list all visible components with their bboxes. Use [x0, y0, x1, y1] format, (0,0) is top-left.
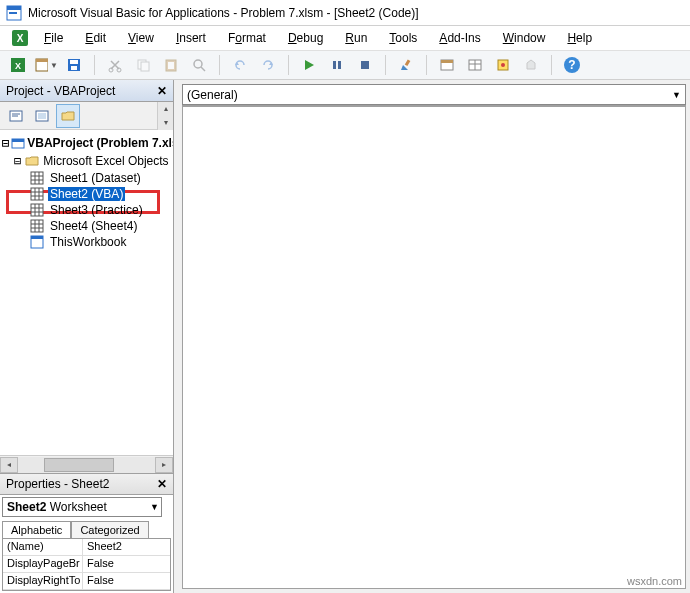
tree-item-sheet1[interactable]: Sheet1 (Dataset) [2, 170, 171, 186]
tree-item-label: Sheet1 (Dataset) [48, 171, 143, 185]
svg-rect-15 [141, 62, 149, 71]
project-scrollbar-vertical[interactable]: ▴▾ [157, 102, 173, 130]
break-button[interactable] [325, 53, 349, 77]
toolbar-separator [288, 55, 289, 75]
scroll-right-icon[interactable]: ▸ [155, 457, 173, 473]
toolbox-button[interactable] [519, 53, 543, 77]
project-explorer-close-button[interactable]: ✕ [153, 82, 171, 100]
svg-rect-1 [7, 6, 21, 10]
menu-format[interactable]: Format [218, 29, 276, 47]
standard-toolbar: X ▼ ? [0, 50, 690, 80]
svg-rect-17 [168, 62, 174, 69]
worksheet-icon [30, 203, 44, 217]
menu-window[interactable]: Window [493, 29, 556, 47]
svg-line-19 [201, 67, 205, 71]
menu-insert[interactable]: Insert [166, 29, 216, 47]
find-button[interactable] [187, 53, 211, 77]
svg-rect-20 [333, 61, 336, 69]
svg-rect-8 [36, 59, 48, 62]
property-row[interactable]: (Name) Sheet2 [3, 539, 170, 556]
undo-button[interactable] [228, 53, 252, 77]
code-object-dropdown[interactable]: (General) ▼ [182, 84, 686, 105]
view-object-button[interactable] [30, 104, 54, 128]
project-icon [11, 136, 25, 150]
svg-rect-21 [338, 61, 341, 69]
tree-folder-excel-objects[interactable]: ⊟ Microsoft Excel Objects [2, 152, 171, 170]
toolbar-separator [94, 55, 95, 75]
excel-system-icon[interactable]: X [8, 26, 32, 50]
view-code-button[interactable] [4, 104, 28, 128]
help-button[interactable]: ? [560, 53, 584, 77]
tree-item-thisworkbook[interactable]: ThisWorkbook [2, 234, 171, 250]
properties-object-select[interactable]: Sheet2 Worksheet ▼ [2, 497, 162, 517]
menu-tools[interactable]: Tools [379, 29, 427, 47]
window-title: Microsoft Visual Basic for Applications … [28, 6, 419, 20]
redo-button[interactable] [256, 53, 280, 77]
folder-icon [25, 154, 39, 168]
chevron-down-icon: ▼ [50, 61, 58, 70]
chevron-down-icon: ▼ [150, 502, 159, 512]
scrollbar-thumb[interactable] [44, 458, 114, 472]
property-row[interactable]: DisplayPageBr False [3, 556, 170, 573]
menu-file[interactable]: File [34, 29, 73, 47]
menu-edit[interactable]: Edit [75, 29, 116, 47]
properties-title: Properties - Sheet2 [6, 477, 109, 491]
chevron-down-icon: ▼ [672, 90, 681, 100]
copy-button[interactable] [131, 53, 155, 77]
menu-addins[interactable]: Add-Ins [429, 29, 490, 47]
property-value[interactable]: False [83, 573, 170, 589]
svg-rect-50 [31, 204, 43, 216]
tab-categorized[interactable]: Categorized [71, 521, 148, 538]
project-explorer-button[interactable] [435, 53, 459, 77]
scroll-up-icon: ▴ [158, 102, 173, 116]
properties-object-name: Sheet2 Worksheet [7, 500, 107, 514]
project-explorer-toolbar: ▴▾ [0, 102, 173, 130]
property-value[interactable]: False [83, 556, 170, 572]
tree-item-label: Sheet2 (VBA) [48, 187, 125, 201]
reset-button[interactable] [353, 53, 377, 77]
toggle-folders-button[interactable] [56, 104, 80, 128]
paste-button[interactable] [159, 53, 183, 77]
design-mode-button[interactable] [394, 53, 418, 77]
svg-text:X: X [17, 33, 24, 44]
tree-item-sheet4[interactable]: Sheet4 (Sheet4) [2, 218, 171, 234]
project-root-label: VBAProject (Problem 7.xlsm) [27, 136, 173, 150]
menu-debug[interactable]: Debug [278, 29, 333, 47]
svg-rect-2 [9, 12, 17, 14]
toolbar-separator [426, 55, 427, 75]
tree-item-sheet3[interactable]: Sheet3 (Practice) [2, 202, 171, 218]
svg-rect-61 [31, 236, 43, 239]
scrollbar-track[interactable] [18, 457, 155, 473]
view-excel-button[interactable]: X [6, 53, 30, 77]
property-key: (Name) [3, 539, 83, 555]
tab-alphabetic[interactable]: Alphabetic [2, 521, 71, 538]
code-editor[interactable] [182, 106, 686, 589]
svg-rect-37 [38, 113, 46, 119]
property-row[interactable]: DisplayRightTo False [3, 573, 170, 590]
run-button[interactable] [297, 53, 321, 77]
worksheet-icon [30, 187, 44, 201]
menu-run[interactable]: Run [335, 29, 377, 47]
scroll-left-icon[interactable]: ◂ [0, 457, 18, 473]
properties-window-button[interactable] [463, 53, 487, 77]
menu-help[interactable]: Help [557, 29, 602, 47]
project-root[interactable]: ⊟ VBAProject (Problem 7.xlsm) [2, 134, 171, 152]
properties-body: Sheet2 Worksheet ▼ Alphabetic Categorize… [0, 495, 173, 593]
code-dropdown-bar: (General) ▼ [182, 84, 686, 106]
tree-item-sheet2[interactable]: Sheet2 (VBA) [2, 186, 171, 202]
worksheet-icon [30, 171, 44, 185]
project-explorer-header: Project - VBAProject ✕ [0, 80, 173, 102]
menu-view[interactable]: View [118, 29, 164, 47]
save-button[interactable] [62, 53, 86, 77]
tree-item-label: Sheet4 (Sheet4) [48, 219, 139, 233]
property-value[interactable]: Sheet2 [83, 539, 170, 555]
menubar: X File Edit View Insert Format Debug Run… [0, 26, 690, 50]
properties-close-button[interactable]: ✕ [153, 475, 171, 493]
cut-button[interactable] [103, 53, 127, 77]
insert-module-button[interactable]: ▼ [34, 53, 58, 77]
worksheet-icon [30, 219, 44, 233]
object-browser-button[interactable] [491, 53, 515, 77]
svg-rect-22 [361, 61, 369, 69]
project-scrollbar-horizontal[interactable]: ◂ ▸ [0, 455, 173, 473]
svg-rect-11 [71, 66, 77, 70]
